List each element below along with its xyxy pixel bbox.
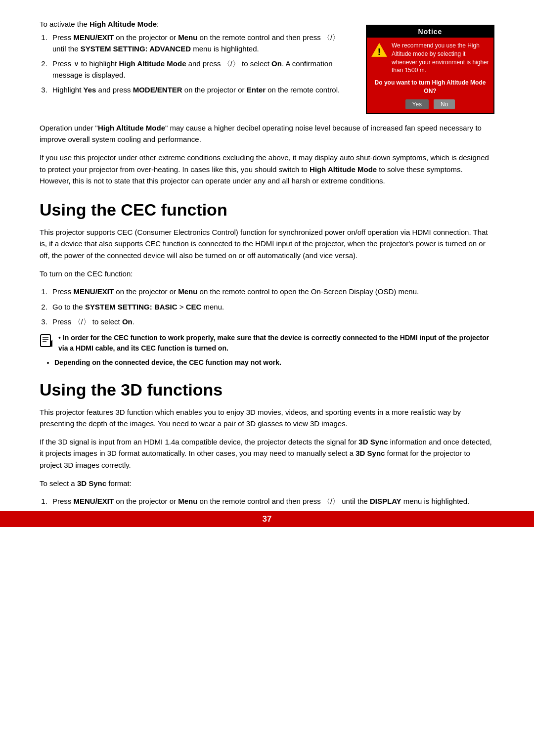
list-item: Press MENU/EXIT on the projector or Menu… <box>49 496 494 507</box>
high-altitude-text: To activate the High Altitude Mode: Pres… <box>40 20 351 114</box>
ha-para1: Operation under "High Altitude Mode" may… <box>40 122 494 145</box>
yes-button[interactable]: Yes <box>405 99 429 109</box>
threed-para2: If the 3D signal is input from an HDMI 1… <box>40 436 494 471</box>
threed-select-label: To select a 3D Sync format: <box>40 478 494 489</box>
note-svg-icon <box>40 334 53 348</box>
threed-section-title: Using the 3D functions <box>40 380 494 400</box>
cec-list: Press MENU/EXIT on the projector or Menu… <box>49 286 494 328</box>
page: To activate the High Altitude Mode: Pres… <box>0 0 534 542</box>
footer: 37 <box>0 511 534 527</box>
page-number-bar: 37 <box>0 511 534 527</box>
list-item: Highlight Yes and press MODE/ENTER on th… <box>49 85 351 96</box>
threed-para1: This projector features 3D function whic… <box>40 406 494 430</box>
notice-line1: We recommend you use the High Altitude m… <box>392 42 490 75</box>
intro-line: To activate the High Altitude Mode: <box>40 20 351 28</box>
list-item: Press MENU/EXIT on the projector or Menu… <box>49 32 351 54</box>
list-item: Press MENU/EXIT on the projector or Menu… <box>49 286 494 298</box>
notice-buttons: Yes No <box>371 99 490 109</box>
warning-icon: ! <box>371 42 388 58</box>
page-number: 37 <box>263 514 272 524</box>
cec-note1: • In order for the CEC function to work … <box>58 334 489 352</box>
svg-text:!: ! <box>378 46 381 57</box>
intro-bold: High Altitude Mode <box>89 20 157 28</box>
list-item: Press 〈/〉 to select On. <box>49 316 494 328</box>
notice-body: ! We recommend you use the High Altitude… <box>367 38 493 113</box>
cec-note-block: • In order for the CEC function to work … <box>40 333 494 354</box>
threed-list: Press MENU/EXIT on the projector or Menu… <box>49 496 494 507</box>
note-icon <box>40 334 53 350</box>
list-item: Depending on the connected device, the C… <box>54 358 494 366</box>
svg-rect-2 <box>41 335 50 347</box>
notice-inner: ! We recommend you use the High Altitude… <box>371 42 490 75</box>
notice-question: Do you want to turn High Altitude Mode O… <box>371 79 490 95</box>
cec-turn-on: To turn on the CEC function: <box>40 268 494 279</box>
cec-bullet-list: Depending on the connected device, the C… <box>54 358 494 366</box>
ha-para2: If you use this projector under other ex… <box>40 152 494 186</box>
notice-title: Notice <box>367 26 493 38</box>
cec-note-text: • In order for the CEC function to work … <box>58 333 494 354</box>
high-altitude-list: Press MENU/EXIT on the projector or Menu… <box>49 32 351 96</box>
cec-para1: This projector supports CEC (Consumer El… <box>40 226 494 261</box>
list-item: Press ∨ to highlight High Altitude Mode … <box>49 58 351 81</box>
notice-box: Notice ! We recommend you use the High A… <box>366 25 494 114</box>
no-button[interactable]: No <box>434 99 455 109</box>
high-altitude-section: To activate the High Altitude Mode: Pres… <box>40 20 494 114</box>
list-item: Go to the SYSTEM SETTING: BASIC > CEC me… <box>49 302 494 313</box>
cec-section-title: Using the CEC function <box>40 200 494 220</box>
